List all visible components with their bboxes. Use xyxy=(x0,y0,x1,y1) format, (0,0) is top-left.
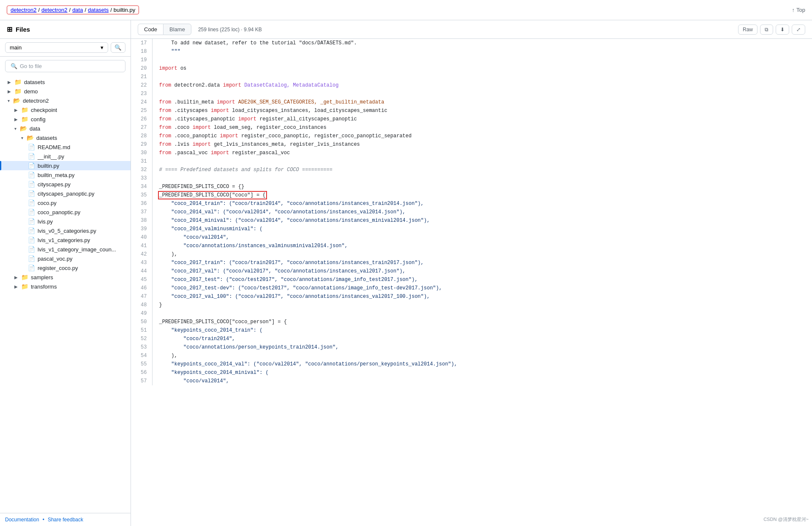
line-number[interactable]: 44 xyxy=(131,267,152,275)
footer-sep: • xyxy=(43,517,44,523)
line-number[interactable]: 39 xyxy=(131,225,152,233)
sidebar-item-init[interactable]: 📄 __init__.py xyxy=(0,152,131,161)
line-number[interactable]: 37 xyxy=(131,208,152,216)
line-number[interactable]: 43 xyxy=(131,259,152,267)
line-code xyxy=(152,56,812,64)
line-number[interactable]: 22 xyxy=(131,81,152,90)
sidebar-item-datasets-top[interactable]: ▶ 📁 datasets xyxy=(0,77,131,87)
line-number[interactable]: 17 xyxy=(131,39,152,47)
line-number[interactable]: 48 xyxy=(131,301,152,309)
line-number[interactable]: 24 xyxy=(131,98,152,106)
breadcrumb-link-2[interactable]: detectron2 xyxy=(41,7,67,13)
line-number[interactable]: 51 xyxy=(131,326,152,335)
sidebar-item-datasets[interactable]: ▾ 📂 datasets xyxy=(0,133,131,142)
line-number[interactable]: 31 xyxy=(131,157,152,166)
sidebar-item-lvis[interactable]: 📄 lvis.py xyxy=(0,217,131,226)
sidebar-item-coco[interactable]: 📄 coco.py xyxy=(0,198,131,207)
line-number[interactable]: 50 xyxy=(131,318,152,326)
sidebar-item-data[interactable]: ▾ 📂 data xyxy=(0,124,131,133)
line-number[interactable]: 56 xyxy=(131,368,152,377)
line-number[interactable]: 27 xyxy=(131,123,152,132)
line-code: """ xyxy=(152,47,812,56)
line-number[interactable]: 49 xyxy=(131,309,152,318)
raw-button[interactable]: Raw xyxy=(738,25,758,35)
table-row: 24from .builtin_meta import ADE20K_SEM_S… xyxy=(131,98,812,106)
line-number[interactable]: 42 xyxy=(131,250,152,259)
table-row: 46 "coco_2017_test-dev": ("coco/test2017… xyxy=(131,284,812,292)
line-code: from .builtin_meta import ADE20K_SEM_SEG… xyxy=(152,98,812,106)
tab-blame[interactable]: Blame xyxy=(163,24,191,35)
file-meta: 259 lines (225 loc) · 9.94 KB xyxy=(198,27,262,33)
line-number[interactable]: 55 xyxy=(131,360,152,368)
sidebar-item-coco-panoptic[interactable]: 📄 coco_panoptic.py xyxy=(0,207,131,217)
line-number[interactable]: 29 xyxy=(131,140,152,149)
sidebar: ⊞ Files main ▾ 🔍 🔍 Go to file ▶ 📁 datase… xyxy=(0,20,131,526)
line-number[interactable]: 53 xyxy=(131,343,152,352)
top-link[interactable]: ↑ Top xyxy=(792,7,805,13)
breadcrumb-link-3[interactable]: data xyxy=(72,7,83,13)
line-code: "coco_2014_minival": ("coco/val2014", "c… xyxy=(152,216,812,225)
tree-item-label: lvis_v1_categories.py xyxy=(38,237,90,243)
tree-item-label: transforms xyxy=(31,283,57,290)
line-number[interactable]: 28 xyxy=(131,132,152,140)
expand-button[interactable]: ⤢ xyxy=(792,25,805,35)
tree-item-label: lvis_v1_category_image_coun... xyxy=(38,246,116,253)
breadcrumb-current: builtin.py xyxy=(114,7,135,13)
line-number[interactable]: 38 xyxy=(131,216,152,225)
line-code: "coco/val2014", xyxy=(152,233,812,242)
line-number[interactable]: 23 xyxy=(131,90,152,98)
line-number[interactable]: 25 xyxy=(131,106,152,115)
code-content: 17 To add new dataset, refer to the tuto… xyxy=(131,39,812,526)
copy-button[interactable]: ⧉ xyxy=(760,25,773,35)
search-button[interactable]: 🔍 xyxy=(111,42,125,53)
share-feedback-link[interactable]: Share feedback xyxy=(48,517,83,523)
line-number[interactable]: 30 xyxy=(131,149,152,157)
line-number[interactable]: 35 xyxy=(131,191,152,199)
line-number[interactable]: 26 xyxy=(131,115,152,123)
tab-code[interactable]: Code xyxy=(138,24,163,35)
branch-select[interactable]: main ▾ xyxy=(5,42,108,53)
table-row: 40 "coco/val2014", xyxy=(131,233,812,242)
line-number[interactable]: 40 xyxy=(131,233,152,242)
sidebar-item-pascal-voc[interactable]: 📄 pascal_voc.py xyxy=(0,254,131,263)
line-number[interactable]: 32 xyxy=(131,166,152,174)
line-number[interactable]: 47 xyxy=(131,292,152,301)
breadcrumb-link-1[interactable]: detectron2 xyxy=(11,7,36,13)
sidebar-item-lvis-v1-count[interactable]: 📄 lvis_v1_category_image_coun... xyxy=(0,245,131,254)
tree-item-label: __init__.py xyxy=(38,153,64,160)
sidebar-item-config[interactable]: ▶ 📁 config xyxy=(0,114,131,124)
line-number[interactable]: 19 xyxy=(131,56,152,64)
line-number[interactable]: 33 xyxy=(131,174,152,183)
line-number[interactable]: 36 xyxy=(131,199,152,208)
sidebar-item-detectron2[interactable]: ▾ 📂 detectron2 xyxy=(0,96,131,105)
line-number[interactable]: 34 xyxy=(131,183,152,191)
line-number[interactable]: 18 xyxy=(131,47,152,56)
sidebar-item-cityscapes-panoptic[interactable]: 📄 cityscapes_panoptic.py xyxy=(0,189,131,198)
sidebar-item-lvis-v05[interactable]: 📄 lvis_v0_5_categories.py xyxy=(0,226,131,235)
line-number[interactable]: 20 xyxy=(131,64,152,73)
sidebar-item-readme[interactable]: 📄 README.md xyxy=(0,142,131,152)
sidebar-item-builtin[interactable]: 📄 builtin.py xyxy=(0,161,131,170)
line-number[interactable]: 54 xyxy=(131,352,152,360)
sidebar-item-samplers[interactable]: ▶ 📁 samplers xyxy=(0,273,131,282)
breadcrumb-link-4[interactable]: datasets xyxy=(88,7,109,13)
sidebar-item-register-coco[interactable]: 📄 register_coco.py xyxy=(0,263,131,273)
documentation-link[interactable]: Documentation xyxy=(5,517,39,523)
search-icon: 🔍 xyxy=(114,44,122,51)
sidebar-item-demo[interactable]: ▶ 📁 demo xyxy=(0,87,131,96)
line-number[interactable]: 21 xyxy=(131,73,152,81)
sidebar-item-checkpoint[interactable]: ▶ 📁 checkpoint xyxy=(0,105,131,114)
sidebar-item-builtin-meta[interactable]: 📄 builtin_meta.py xyxy=(0,170,131,180)
line-code: "coco_2014_valminusminival": ( xyxy=(152,225,812,233)
sidebar-item-lvis-v1[interactable]: 📄 lvis_v1_categories.py xyxy=(0,235,131,245)
folder-open-icon: 📂 xyxy=(13,97,20,104)
line-number[interactable]: 46 xyxy=(131,284,152,292)
line-number[interactable]: 57 xyxy=(131,377,152,385)
branch-bar: main ▾ 🔍 xyxy=(0,39,131,57)
sidebar-item-transforms[interactable]: ▶ 📁 transforms xyxy=(0,282,131,291)
line-number[interactable]: 52 xyxy=(131,335,152,343)
download-button[interactable]: ⬇ xyxy=(776,25,789,35)
line-number[interactable]: 45 xyxy=(131,275,152,284)
line-number[interactable]: 41 xyxy=(131,242,152,250)
sidebar-item-cityscapes[interactable]: 📄 cityscapes.py xyxy=(0,180,131,189)
